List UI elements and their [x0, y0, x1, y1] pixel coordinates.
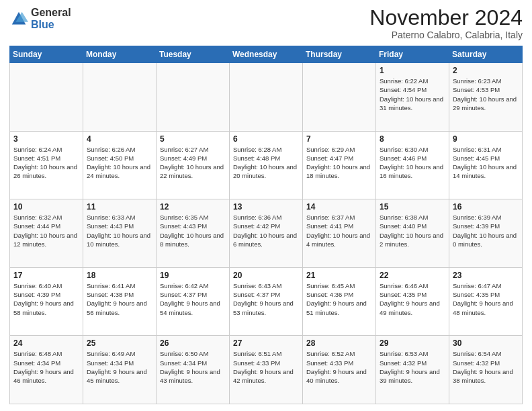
calendar-cell: 24Sunrise: 6:48 AM Sunset: 4:34 PM Dayli…	[10, 336, 83, 404]
day-info: Sunrise: 6:26 AM Sunset: 4:50 PM Dayligh…	[87, 145, 152, 181]
day-info: Sunrise: 6:35 AM Sunset: 4:43 PM Dayligh…	[160, 213, 226, 248]
calendar-cell: 2Sunrise: 6:23 AM Sunset: 4:53 PM Daylig…	[449, 63, 523, 132]
logo-blue: Blue	[31, 19, 71, 31]
day-number: 19	[160, 271, 226, 280]
day-header-sunday: Sunday	[10, 46, 83, 63]
calendar-cell	[10, 63, 83, 132]
logo-general: General	[31, 7, 71, 19]
day-number: 22	[380, 271, 445, 280]
day-header-friday: Friday	[376, 46, 449, 63]
day-info: Sunrise: 6:32 AM Sunset: 4:44 PM Dayligh…	[13, 213, 79, 248]
calendar-cell: 11Sunrise: 6:33 AM Sunset: 4:43 PM Dayli…	[83, 199, 157, 268]
day-number: 17	[13, 271, 79, 280]
calendar-cell: 13Sunrise: 6:36 AM Sunset: 4:42 PM Dayli…	[230, 199, 303, 268]
calendar-cell: 6Sunrise: 6:28 AM Sunset: 4:48 PM Daylig…	[230, 131, 303, 199]
day-header-thursday: Thursday	[303, 46, 376, 63]
day-info: Sunrise: 6:40 AM Sunset: 4:39 PM Dayligh…	[13, 281, 79, 317]
calendar-cell: 16Sunrise: 6:39 AM Sunset: 4:39 PM Dayli…	[449, 199, 523, 268]
day-header-monday: Monday	[83, 46, 157, 63]
day-number: 14	[306, 202, 372, 212]
calendar-cell: 8Sunrise: 6:30 AM Sunset: 4:46 PM Daylig…	[376, 131, 449, 199]
day-number: 11	[87, 202, 152, 212]
week-row-1: 1Sunrise: 6:22 AM Sunset: 4:54 PM Daylig…	[10, 63, 523, 132]
calendar-cell: 15Sunrise: 6:38 AM Sunset: 4:40 PM Dayli…	[376, 199, 449, 268]
calendar-cell: 28Sunrise: 6:52 AM Sunset: 4:33 PM Dayli…	[303, 336, 376, 404]
location: Paterno Calabro, Calabria, Italy	[369, 30, 523, 40]
week-row-5: 24Sunrise: 6:48 AM Sunset: 4:34 PM Dayli…	[10, 336, 523, 404]
day-info: Sunrise: 6:37 AM Sunset: 4:41 PM Dayligh…	[306, 213, 372, 248]
day-number: 21	[306, 271, 372, 280]
week-row-2: 3Sunrise: 6:24 AM Sunset: 4:51 PM Daylig…	[10, 131, 523, 199]
day-number: 4	[87, 134, 152, 144]
day-info: Sunrise: 6:28 AM Sunset: 4:48 PM Dayligh…	[233, 145, 299, 181]
day-info: Sunrise: 6:54 AM Sunset: 4:32 PM Dayligh…	[453, 349, 519, 385]
day-number: 25	[87, 338, 152, 348]
calendar-cell: 3Sunrise: 6:24 AM Sunset: 4:51 PM Daylig…	[10, 131, 83, 199]
logo-icon	[9, 9, 28, 28]
day-number: 23	[453, 271, 519, 280]
title-block: November 2024 Paterno Calabro, Calabria,…	[369, 7, 523, 40]
calendar-cell: 4Sunrise: 6:26 AM Sunset: 4:50 PM Daylig…	[83, 131, 157, 199]
day-number: 18	[87, 271, 152, 280]
day-number: 13	[233, 202, 299, 212]
day-info: Sunrise: 6:22 AM Sunset: 4:54 PM Dayligh…	[380, 77, 445, 112]
day-info: Sunrise: 6:29 AM Sunset: 4:47 PM Dayligh…	[306, 145, 372, 181]
day-number: 12	[160, 202, 226, 212]
month-title: November 2024	[369, 7, 523, 28]
day-number: 5	[160, 134, 226, 144]
day-number: 26	[160, 338, 226, 348]
calendar-cell: 22Sunrise: 6:46 AM Sunset: 4:35 PM Dayli…	[376, 267, 449, 336]
week-row-3: 10Sunrise: 6:32 AM Sunset: 4:44 PM Dayli…	[10, 199, 523, 268]
day-info: Sunrise: 6:48 AM Sunset: 4:34 PM Dayligh…	[13, 349, 79, 385]
day-number: 1	[380, 66, 445, 75]
calendar-cell: 21Sunrise: 6:45 AM Sunset: 4:36 PM Dayli…	[303, 267, 376, 336]
day-header-tuesday: Tuesday	[157, 46, 230, 63]
calendar-cell: 17Sunrise: 6:40 AM Sunset: 4:39 PM Dayli…	[10, 267, 83, 336]
day-info: Sunrise: 6:39 AM Sunset: 4:39 PM Dayligh…	[453, 213, 519, 248]
day-number: 2	[453, 66, 519, 75]
day-info: Sunrise: 6:43 AM Sunset: 4:37 PM Dayligh…	[233, 281, 299, 317]
day-number: 29	[380, 338, 445, 348]
day-number: 27	[233, 338, 299, 348]
calendar-cell: 27Sunrise: 6:51 AM Sunset: 4:33 PM Dayli…	[230, 336, 303, 404]
calendar-cell: 20Sunrise: 6:43 AM Sunset: 4:37 PM Dayli…	[230, 267, 303, 336]
day-info: Sunrise: 6:33 AM Sunset: 4:43 PM Dayligh…	[87, 213, 152, 248]
calendar-cell	[230, 63, 303, 132]
page: General Blue November 2024 Paterno Calab…	[0, 0, 532, 411]
day-number: 16	[453, 202, 519, 212]
calendar-cell: 12Sunrise: 6:35 AM Sunset: 4:43 PM Dayli…	[157, 199, 230, 268]
day-info: Sunrise: 6:42 AM Sunset: 4:37 PM Dayligh…	[160, 281, 226, 317]
calendar-cell: 25Sunrise: 6:49 AM Sunset: 4:34 PM Dayli…	[83, 336, 157, 404]
day-info: Sunrise: 6:27 AM Sunset: 4:49 PM Dayligh…	[160, 145, 226, 181]
day-info: Sunrise: 6:49 AM Sunset: 4:34 PM Dayligh…	[87, 349, 152, 385]
day-number: 10	[13, 202, 79, 212]
day-info: Sunrise: 6:24 AM Sunset: 4:51 PM Dayligh…	[13, 145, 79, 181]
calendar-cell: 5Sunrise: 6:27 AM Sunset: 4:49 PM Daylig…	[157, 131, 230, 199]
day-number: 6	[233, 134, 299, 144]
day-info: Sunrise: 6:51 AM Sunset: 4:33 PM Dayligh…	[233, 349, 299, 385]
day-info: Sunrise: 6:47 AM Sunset: 4:35 PM Dayligh…	[453, 281, 519, 317]
calendar-cell: 26Sunrise: 6:50 AM Sunset: 4:34 PM Dayli…	[157, 336, 230, 404]
day-number: 3	[13, 134, 79, 144]
logo-text: General Blue	[31, 7, 71, 30]
calendar-cell: 7Sunrise: 6:29 AM Sunset: 4:47 PM Daylig…	[303, 131, 376, 199]
day-number: 9	[453, 134, 519, 144]
calendar-cell: 10Sunrise: 6:32 AM Sunset: 4:44 PM Dayli…	[10, 199, 83, 268]
day-info: Sunrise: 6:41 AM Sunset: 4:38 PM Dayligh…	[87, 281, 152, 317]
calendar-cell: 14Sunrise: 6:37 AM Sunset: 4:41 PM Dayli…	[303, 199, 376, 268]
calendar-cell: 9Sunrise: 6:31 AM Sunset: 4:45 PM Daylig…	[449, 131, 523, 199]
day-number: 28	[306, 338, 372, 348]
calendar-cell: 1Sunrise: 6:22 AM Sunset: 4:54 PM Daylig…	[376, 63, 449, 132]
logo: General Blue	[9, 7, 71, 30]
calendar-cell: 19Sunrise: 6:42 AM Sunset: 4:37 PM Dayli…	[157, 267, 230, 336]
day-info: Sunrise: 6:50 AM Sunset: 4:34 PM Dayligh…	[160, 349, 226, 385]
calendar-cell	[157, 63, 230, 132]
day-header-wednesday: Wednesday	[230, 46, 303, 63]
day-number: 20	[233, 271, 299, 280]
calendar-cell: 30Sunrise: 6:54 AM Sunset: 4:32 PM Dayli…	[449, 336, 523, 404]
day-info: Sunrise: 6:45 AM Sunset: 4:36 PM Dayligh…	[306, 281, 372, 317]
day-number: 24	[13, 338, 79, 348]
day-info: Sunrise: 6:23 AM Sunset: 4:53 PM Dayligh…	[453, 77, 519, 112]
day-info: Sunrise: 6:30 AM Sunset: 4:46 PM Dayligh…	[380, 145, 445, 181]
calendar-cell	[303, 63, 376, 132]
